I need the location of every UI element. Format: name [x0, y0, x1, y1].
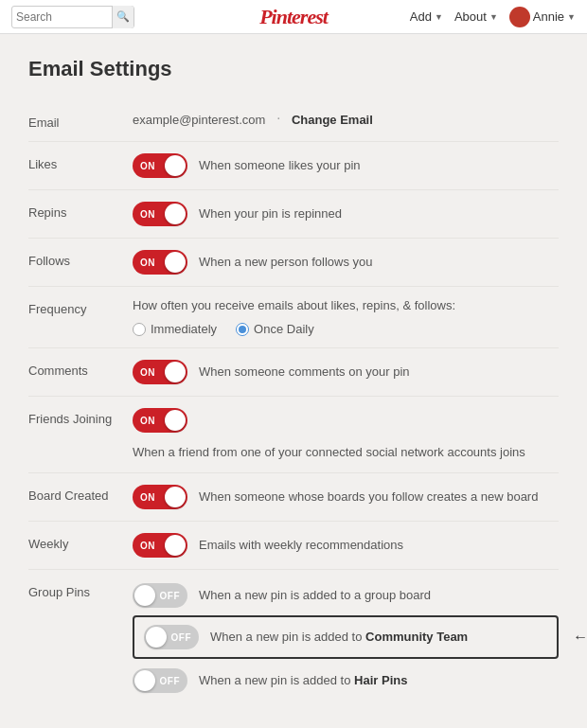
board-created-content: ON When someone whose boards you follow … — [133, 485, 559, 509]
board-created-toggle-label: ON — [140, 492, 155, 503]
weekly-label: Weekly — [28, 533, 133, 551]
radio-once-daily-circle — [236, 323, 249, 336]
weekly-row: Weekly ON Emails with weekly recommendat… — [28, 522, 559, 570]
community-team-desc-prefix: When a new pin is added to — [210, 630, 362, 644]
hair-pins-desc-prefix: When a new pin is added to — [199, 673, 350, 687]
radio-immediately[interactable]: Immediately — [133, 322, 217, 336]
board-created-toggle-knob — [165, 487, 186, 507]
repins-toggle[interactable]: ON — [133, 202, 187, 226]
community-team-row: OFF When a new pin is added to Community… — [133, 615, 559, 659]
comments-toggle-label: ON — [140, 367, 155, 378]
search-button[interactable]: 🔍 — [112, 6, 133, 28]
page-title: Email Settings — [28, 57, 559, 81]
add-label: Add — [410, 9, 432, 24]
main-content: Email Settings Email example@pinterest.c… — [0, 34, 587, 728]
edit-annotation: Edit settings here — [573, 629, 587, 646]
about-arrow-icon: ▼ — [489, 12, 498, 22]
header: 🔍 Pinterest Add ▼ About ▼ Annie ▼ — [0, 0, 587, 34]
group-pins-label: Group Pins — [28, 581, 133, 599]
radio-once-daily-inner — [239, 326, 246, 333]
group-pins-toggle-knob — [134, 585, 155, 606]
weekly-toggle[interactable]: ON — [133, 533, 187, 558]
repins-content: ON When your pin is repinned — [133, 202, 559, 226]
comments-toggle-knob — [165, 362, 186, 382]
repins-toggle-knob — [165, 204, 186, 224]
group-pins-row: Group Pins OFF When a new pin is added t… — [28, 570, 559, 708]
group-pins-toggle-label: OFF — [160, 591, 181, 601]
frequency-options: How often you receive emails about likes… — [133, 298, 455, 336]
avatar — [509, 7, 530, 27]
community-team-name: Community Team — [365, 630, 468, 644]
edit-arrow-icon — [573, 629, 587, 646]
friends-joining-toggle-knob — [165, 410, 186, 431]
user-label: Annie — [533, 9, 564, 24]
community-team-wrapper: OFF When a new pin is added to Community… — [133, 615, 559, 659]
friends-joining-desc: When a friend from one of your connected… — [133, 444, 525, 461]
follows-desc: When a new person follows you — [199, 254, 373, 271]
community-team-desc: When a new pin is added to Community Tea… — [210, 629, 547, 646]
frequency-label: Frequency — [28, 298, 133, 316]
group-pins-main-row: OFF When a new pin is added to a group b… — [133, 581, 559, 610]
follows-row: Follows ON When a new person follows you — [28, 239, 559, 287]
hair-pins-row: OFF When a new pin is added to Hair Pins — [133, 665, 559, 697]
frequency-desc: How often you receive emails about likes… — [133, 298, 455, 312]
follows-label: Follows — [28, 250, 133, 268]
about-menu[interactable]: About ▼ — [454, 9, 498, 24]
weekly-content: ON Emails with weekly recommendations — [133, 533, 559, 558]
comments-toggle[interactable]: ON — [133, 360, 187, 384]
comments-content: ON When someone comments on your pin — [133, 360, 559, 384]
search-input[interactable] — [12, 10, 112, 24]
email-value: example@pinterest.com — [133, 113, 265, 127]
friends-joining-toggle-label: ON — [140, 416, 155, 426]
friends-joining-content: ON When a friend from one of your connec… — [133, 408, 559, 461]
community-team-toggle[interactable]: OFF — [144, 625, 199, 649]
repins-label: Repins — [28, 202, 133, 220]
hair-pins-toggle[interactable]: OFF — [133, 668, 187, 693]
weekly-toggle-knob — [165, 535, 186, 556]
hair-pins-desc: When a new pin is added to Hair Pins — [199, 672, 407, 689]
user-arrow-icon: ▼ — [567, 12, 576, 22]
board-created-row: Board Created ON When someone whose boar… — [28, 473, 559, 522]
follows-toggle-knob — [165, 252, 186, 273]
email-content: example@pinterest.com · Change Email — [133, 112, 559, 127]
comments-desc: When someone comments on your pin — [199, 364, 410, 381]
radio-once-daily-label: Once Daily — [254, 322, 314, 336]
likes-row: Likes ON When someone likes your pin — [28, 142, 559, 190]
group-pins-toggle[interactable]: OFF — [133, 583, 187, 608]
search-box[interactable]: 🔍 — [11, 6, 134, 28]
likes-toggle[interactable]: ON — [133, 153, 187, 178]
board-created-desc: When someone whose boards you follow cre… — [199, 488, 538, 506]
radio-immediately-circle — [133, 323, 146, 336]
frequency-content: How often you receive emails about likes… — [133, 298, 559, 336]
change-email-link[interactable]: Change Email — [292, 113, 373, 127]
add-arrow-icon: ▼ — [435, 12, 443, 22]
likes-label: Likes — [28, 153, 133, 171]
separator: · — [276, 112, 280, 127]
radio-group: Immediately Once Daily — [133, 322, 455, 336]
weekly-desc: Emails with weekly recommendations — [199, 537, 403, 554]
radio-once-daily[interactable]: Once Daily — [236, 322, 314, 336]
weekly-toggle-label: ON — [140, 541, 155, 551]
likes-desc: When someone likes your pin — [199, 157, 361, 174]
friends-joining-toggle[interactable]: ON — [133, 408, 187, 433]
follows-content: ON When a new person follows you — [133, 250, 559, 275]
hair-pins-toggle-label: OFF — [160, 676, 181, 686]
group-pins-content: OFF When a new pin is added to a group b… — [133, 581, 559, 697]
friends-joining-label: Friends Joining — [28, 408, 133, 426]
friends-joining-row: Friends Joining ON When a friend from on… — [28, 397, 559, 473]
follows-toggle-label: ON — [140, 257, 155, 268]
header-right: Add ▼ About ▼ Annie ▼ — [410, 7, 576, 27]
likes-content: ON When someone likes your pin — [133, 153, 559, 178]
user-menu[interactable]: Annie ▼ — [509, 7, 576, 27]
email-label: Email — [28, 112, 133, 130]
community-team-toggle-label: OFF — [171, 632, 192, 643]
board-created-toggle[interactable]: ON — [133, 485, 187, 509]
group-pins-desc: When a new pin is added to a group board — [199, 587, 431, 604]
community-team-toggle-knob — [146, 627, 167, 648]
follows-toggle[interactable]: ON — [133, 250, 187, 275]
email-row: Email example@pinterest.com · Change Ema… — [28, 100, 559, 142]
frequency-row: Frequency How often you receive emails a… — [28, 287, 559, 348]
repins-desc: When your pin is repinned — [199, 205, 342, 222]
comments-label: Comments — [28, 360, 133, 378]
add-menu[interactable]: Add ▼ — [410, 9, 443, 24]
